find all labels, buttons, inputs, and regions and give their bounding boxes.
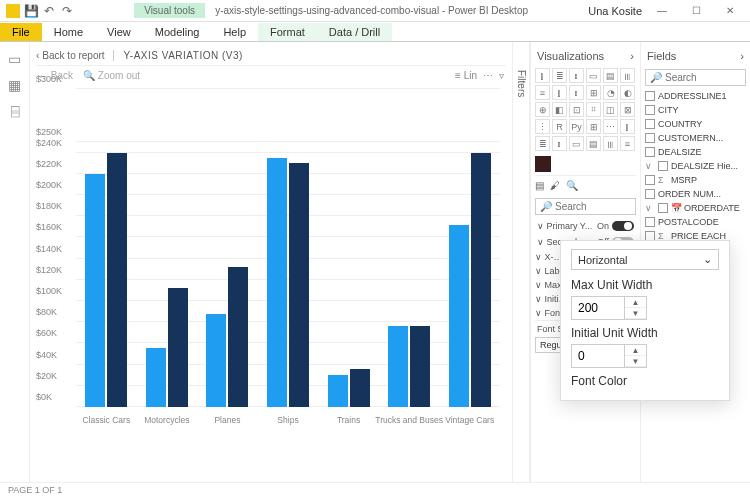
- fields-well-icon[interactable]: ▤: [535, 180, 544, 191]
- viz-type-icon[interactable]: ◧: [552, 102, 567, 117]
- tab-modeling[interactable]: Modeling: [143, 23, 212, 41]
- bar[interactable]: [410, 326, 430, 407]
- viz-type-icon[interactable]: ⌗: [586, 102, 601, 117]
- tab-help[interactable]: Help: [211, 23, 258, 41]
- tab-home[interactable]: Home: [42, 23, 95, 41]
- field-item[interactable]: CUSTOMERN...: [645, 131, 746, 145]
- viz-type-icon[interactable]: ⫾: [552, 136, 567, 151]
- bar[interactable]: [471, 153, 491, 407]
- viz-type-icon[interactable]: ≣: [535, 136, 550, 151]
- bar[interactable]: [107, 153, 127, 407]
- viz-type-icon[interactable]: ⊞: [586, 85, 601, 100]
- model-view-icon[interactable]: ⌸: [6, 102, 24, 120]
- orientation-select[interactable]: Horizontal ⌄: [571, 249, 719, 270]
- viz-type-icon[interactable]: ⫿: [535, 68, 550, 83]
- tab-view[interactable]: View: [95, 23, 143, 41]
- close-button[interactable]: ✕: [716, 1, 744, 21]
- undo-icon[interactable]: ↶: [42, 4, 56, 18]
- format-search[interactable]: 🔎: [535, 198, 636, 215]
- viz-type-icon[interactable]: R: [552, 119, 567, 134]
- step-up-icon[interactable]: ▲: [625, 345, 646, 356]
- bar[interactable]: [228, 267, 248, 407]
- max-unit-width-input[interactable]: [572, 297, 624, 319]
- max-unit-width-stepper[interactable]: ▲▼: [571, 296, 647, 320]
- data-view-icon[interactable]: ▦: [6, 76, 24, 94]
- bar[interactable]: [449, 225, 469, 407]
- report-view-icon[interactable]: ▭: [6, 50, 24, 68]
- field-checkbox[interactable]: [645, 147, 655, 157]
- field-checkbox[interactable]: [645, 217, 655, 227]
- primary-y-label[interactable]: ∨ Primary Y...: [537, 221, 592, 231]
- tab-format[interactable]: Format: [258, 23, 317, 41]
- viz-type-icon[interactable]: ⫼: [603, 136, 618, 151]
- bar[interactable]: [289, 163, 309, 407]
- viz-type-grid[interactable]: ⫿≣⫾▭▤⫼≡⫿⫾⊞◔◐⊕◧⊡⌗◫⊠⋮RPy⊞⋯⫿≣⫾▭▤⫼≡: [535, 66, 636, 153]
- step-down-icon[interactable]: ▼: [625, 356, 646, 367]
- field-checkbox[interactable]: [658, 203, 668, 213]
- viz-type-icon[interactable]: ⊕: [535, 102, 550, 117]
- back-to-report-link[interactable]: ‹ Back to report: [36, 50, 105, 61]
- custom-visual-icon[interactable]: [535, 156, 551, 172]
- field-item[interactable]: POSTALCODE: [645, 215, 746, 229]
- viz-type-icon[interactable]: ⋮: [535, 119, 550, 134]
- redo-icon[interactable]: ↷: [60, 4, 74, 18]
- field-checkbox[interactable]: [645, 91, 655, 101]
- viz-type-icon[interactable]: ▤: [603, 68, 618, 83]
- field-checkbox[interactable]: [645, 133, 655, 143]
- viz-type-icon[interactable]: ≣: [552, 68, 567, 83]
- field-item[interactable]: ∨DEALSIZE Hie...: [645, 159, 746, 173]
- viz-type-icon[interactable]: ⫾: [569, 68, 584, 83]
- primary-y-toggle[interactable]: [612, 221, 634, 231]
- field-item[interactable]: ADDRESSLINE1: [645, 89, 746, 103]
- format-search-input[interactable]: [555, 201, 631, 212]
- bar[interactable]: [267, 158, 287, 407]
- initial-unit-width-input[interactable]: [572, 345, 624, 367]
- viz-type-icon[interactable]: ◔: [603, 85, 618, 100]
- field-checkbox[interactable]: [658, 161, 668, 171]
- field-item[interactable]: ∨📅ORDERDATE: [645, 201, 746, 215]
- bar[interactable]: [85, 174, 105, 407]
- bar[interactable]: [168, 288, 188, 407]
- field-item[interactable]: ORDER NUM...: [645, 187, 746, 201]
- viz-type-icon[interactable]: ▤: [586, 136, 601, 151]
- viz-type-icon[interactable]: ⫼: [620, 68, 635, 83]
- zoom-out-button[interactable]: 🔍 Zoom out: [83, 70, 140, 81]
- viz-type-icon[interactable]: ▭: [569, 136, 584, 151]
- filter-icon[interactable]: ▿: [499, 70, 504, 81]
- bar[interactable]: [350, 369, 370, 407]
- field-checkbox[interactable]: [645, 105, 655, 115]
- fields-search-input[interactable]: [665, 72, 741, 83]
- bar[interactable]: [328, 375, 348, 407]
- viz-type-icon[interactable]: ▭: [586, 68, 601, 83]
- viz-type-icon[interactable]: ◫: [603, 102, 618, 117]
- save-icon[interactable]: 💾: [24, 4, 38, 18]
- viz-type-icon[interactable]: ⊞: [586, 119, 601, 134]
- filters-rail[interactable]: Filters: [512, 42, 530, 482]
- bar[interactable]: [206, 314, 226, 407]
- bar[interactable]: [388, 326, 408, 407]
- maximize-button[interactable]: ☐: [682, 1, 710, 21]
- field-item[interactable]: ΣMSRP: [645, 173, 746, 187]
- fields-search[interactable]: 🔎: [645, 69, 746, 86]
- user-name[interactable]: Una Kosite: [588, 5, 642, 17]
- file-tab[interactable]: File: [0, 23, 42, 41]
- format-pane-icon[interactable]: 🖌: [550, 180, 560, 191]
- initial-unit-width-stepper[interactable]: ▲▼: [571, 344, 647, 368]
- scale-linear-toggle[interactable]: ≡ Lin: [455, 70, 477, 81]
- viz-type-icon[interactable]: ◐: [620, 85, 635, 100]
- tab-data-drill[interactable]: Data / Drill: [317, 23, 392, 41]
- viz-type-icon[interactable]: ⫿: [620, 119, 635, 134]
- viz-type-icon[interactable]: ⫿: [552, 85, 567, 100]
- more-options-icon[interactable]: ⋯: [483, 70, 493, 81]
- chevron-right-icon[interactable]: ›: [740, 50, 744, 62]
- viz-type-icon[interactable]: ⊡: [569, 102, 584, 117]
- field-checkbox[interactable]: [645, 175, 655, 185]
- viz-type-icon[interactable]: ⋯: [603, 119, 618, 134]
- chevron-right-icon[interactable]: ›: [630, 50, 634, 62]
- field-item[interactable]: DEALSIZE: [645, 145, 746, 159]
- field-checkbox[interactable]: [645, 119, 655, 129]
- field-item[interactable]: CITY: [645, 103, 746, 117]
- viz-type-icon[interactable]: ≡: [535, 85, 550, 100]
- viz-type-icon[interactable]: Py: [569, 119, 584, 134]
- step-down-icon[interactable]: ▼: [625, 308, 646, 319]
